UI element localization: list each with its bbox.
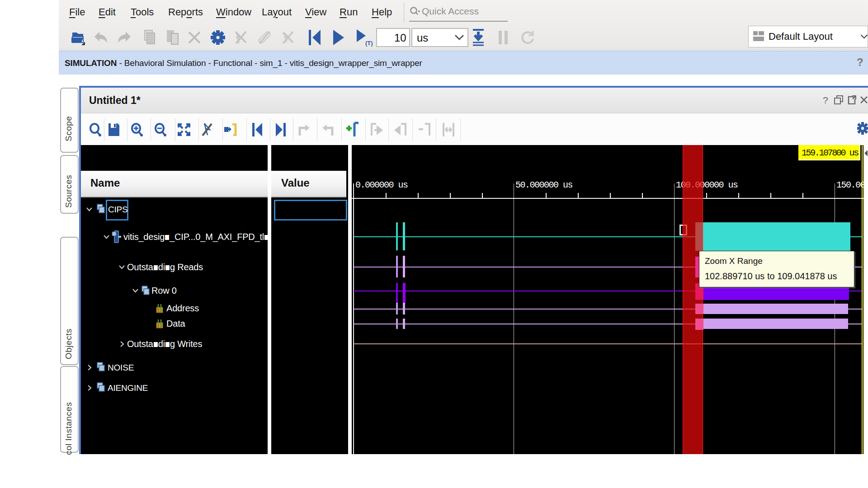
svg-text:(T): (T) [365, 40, 373, 47]
